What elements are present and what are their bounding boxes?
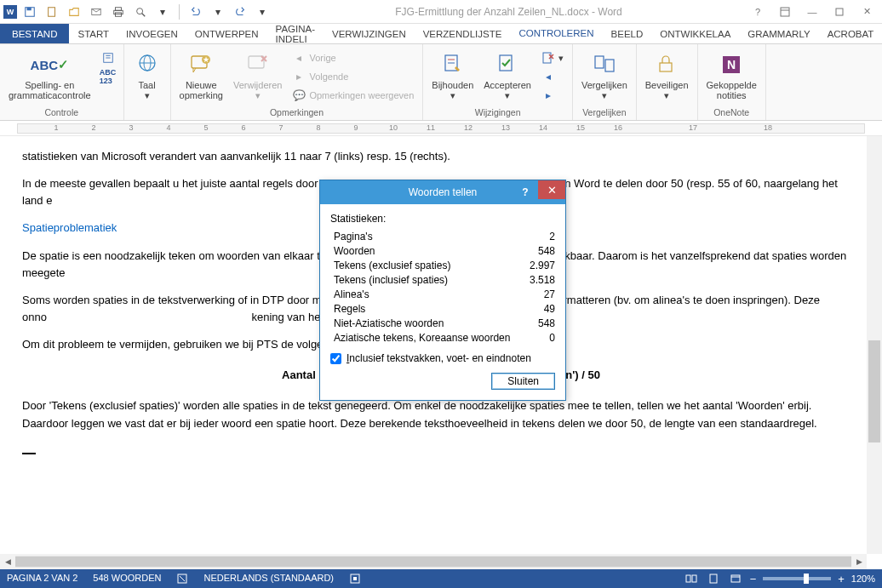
bijhouden-button[interactable]: Bijhouden▾	[428, 49, 477, 102]
tab-ontwerpen[interactable]: ONTWERPEN	[186, 24, 267, 43]
protect-icon	[653, 51, 680, 78]
qat-open[interactable]	[65, 3, 83, 21]
vergelijken-button[interactable]: Vergelijken▾	[578, 49, 631, 102]
tab-beeld[interactable]: BEELD	[603, 24, 652, 43]
qat-email[interactable]	[87, 3, 106, 21]
svg-rect-40	[686, 575, 690, 582]
horizontal-ruler[interactable]: 123456789101112131415161718	[0, 121, 882, 136]
horizontal-scrollbar[interactable]: ◀ ▶	[0, 554, 867, 569]
minimize-button[interactable]: —	[800, 3, 824, 20]
qat-undo[interactable]	[186, 3, 205, 21]
language-icon	[134, 51, 161, 78]
tab-verzendlijsten[interactable]: VERZENDLIJSTE	[415, 24, 511, 43]
next-change-icon: ▸	[541, 88, 555, 102]
qat-print[interactable]	[109, 3, 128, 21]
qat-preview[interactable]	[131, 3, 150, 21]
tab-start[interactable]: START	[69, 24, 117, 43]
nieuwe-opmerking-button[interactable]: ★ Nieuwe opmerking	[176, 49, 226, 102]
tab-pagina-indeling[interactable]: PAGINA-INDELI	[267, 24, 324, 43]
horizontal-scrollbar-thumb[interactable]	[15, 557, 851, 567]
svg-rect-21	[249, 56, 264, 68]
status-macro-icon[interactable]	[349, 573, 361, 585]
svg-text:N: N	[727, 58, 736, 71]
qat-customize[interactable]: ▾	[153, 3, 172, 21]
help-button[interactable]: ?	[746, 3, 770, 20]
ribbon-tabs: BESTAND START INVOEGEN ONTWERPEN PAGINA-…	[0, 24, 882, 44]
beveiligen-button[interactable]: Beveiligen▾	[642, 49, 692, 102]
view-web-layout[interactable]	[728, 571, 743, 586]
thesaurus-button[interactable]	[98, 49, 118, 66]
zoom-level[interactable]: 120%	[851, 574, 875, 584]
vorige-opmerking-button[interactable]: ◂Vorige	[289, 49, 417, 66]
hscroll-left[interactable]: ◀	[0, 554, 15, 569]
view-read-mode[interactable]	[684, 571, 699, 586]
group-onenote-label: OneNote	[703, 107, 760, 120]
zoom-slider[interactable]	[763, 577, 831, 580]
dialog-close-button[interactable]: ✕	[538, 180, 565, 199]
qat-new[interactable]	[43, 3, 61, 21]
svg-rect-32	[605, 60, 614, 71]
svg-rect-41	[692, 575, 696, 582]
accepteren-button[interactable]: Accepteren▾	[480, 49, 535, 102]
svg-line-8	[142, 13, 146, 16]
word-count-dialog: Woorden tellen ? ✕ Statistieken: Pagina'…	[319, 180, 566, 401]
svg-text:★: ★	[203, 55, 209, 64]
tab-ontwikkelaar[interactable]: ONTWIKKELAA	[651, 24, 739, 43]
qat-undo-more[interactable]: ▾	[209, 3, 227, 21]
status-language[interactable]: NEDERLANDS (STANDAARD)	[203, 573, 334, 585]
stat-row: Alinea's27	[330, 288, 555, 302]
ribbon-display-options[interactable]	[773, 3, 797, 20]
hscroll-right[interactable]: ▶	[851, 554, 867, 569]
status-words[interactable]: 548 WOORDEN	[93, 573, 161, 585]
volgende-opmerking-button[interactable]: ▸Volgende	[289, 68, 417, 85]
paragraph[interactable]: statistieken van Microsoft verandert van…	[22, 148, 860, 165]
checkbox-input[interactable]	[330, 353, 341, 364]
taal-button[interactable]: Taal▾	[129, 49, 165, 102]
word-count-button[interactable]: ABC123	[98, 68, 118, 85]
zoom-slider-thumb[interactable]	[804, 574, 809, 584]
tab-acrobat[interactable]: ACROBAT	[819, 24, 882, 43]
reject-button[interactable]: ▾	[538, 49, 567, 66]
tab-verwijzingen[interactable]: VERWIJZINGEN	[324, 24, 415, 43]
stats-heading: Statistieken:	[330, 213, 555, 225]
verwijderen-button[interactable]: Verwijderen▾	[230, 49, 285, 102]
vertical-scrollbar-thumb[interactable]	[868, 340, 880, 442]
svg-rect-2	[49, 7, 55, 16]
include-textboxes-checkbox[interactable]: Inclusief tekstvakken, voet- en eindnote…	[330, 352, 555, 364]
prev-comment-icon: ◂	[292, 51, 306, 65]
svg-rect-4	[116, 7, 122, 10]
zoom-out-button[interactable]: −	[750, 573, 757, 585]
maximize-button[interactable]	[828, 3, 851, 20]
group-opmerkingen-label: Opmerkingen	[176, 107, 418, 120]
compare-icon	[591, 51, 618, 78]
opmerkingen-weergeven-button[interactable]: 💬Opmerkingen weergeven	[289, 87, 417, 104]
svg-rect-42	[710, 574, 717, 583]
stat-row: Pagina's2	[330, 230, 555, 244]
gekoppelde-notities-button[interactable]: N Gekoppelde notities	[703, 49, 760, 102]
vertical-scrollbar[interactable]	[867, 136, 882, 554]
stat-row: Aziatische tekens, Koreaanse woorden0	[330, 331, 555, 345]
tab-file[interactable]: BESTAND	[0, 24, 69, 43]
zoom-in-button[interactable]: +	[838, 573, 845, 585]
tab-grammarly[interactable]: GRAMMARLY	[739, 24, 818, 43]
dialog-help-button[interactable]: ?	[514, 180, 536, 204]
dialog-titlebar[interactable]: Woorden tellen ? ✕	[320, 180, 565, 204]
close-button[interactable]: ✕	[855, 3, 879, 20]
tab-controleren[interactable]: CONTROLEREN	[510, 24, 602, 43]
stat-row: Tekens (exclusief spaties)2.997	[330, 259, 555, 273]
group-controle-label: Controle	[5, 107, 118, 120]
tab-invoegen[interactable]: INVOEGEN	[117, 24, 186, 43]
prev-change-button[interactable]: ◂	[538, 68, 567, 85]
dialog-sluiten-button[interactable]: Sluiten	[491, 373, 555, 390]
paragraph[interactable]: Door 'Tekens (exclusief spaties)' worden…	[22, 397, 860, 431]
qat-save[interactable]	[20, 3, 39, 21]
status-proofing-icon[interactable]	[176, 573, 188, 585]
qat-redo[interactable]	[231, 3, 249, 21]
qat-more-dropdown[interactable]: ▾	[253, 3, 272, 21]
status-page[interactable]: PAGINA 2 VAN 2	[7, 573, 77, 585]
view-print-layout[interactable]	[706, 571, 721, 586]
show-comments-icon: 💬	[292, 88, 306, 102]
next-change-button[interactable]: ▸	[538, 87, 567, 104]
spelling-button[interactable]: ABC✓ Spelling- en grammaticacontrole	[5, 49, 94, 102]
svg-rect-27	[500, 55, 512, 71]
